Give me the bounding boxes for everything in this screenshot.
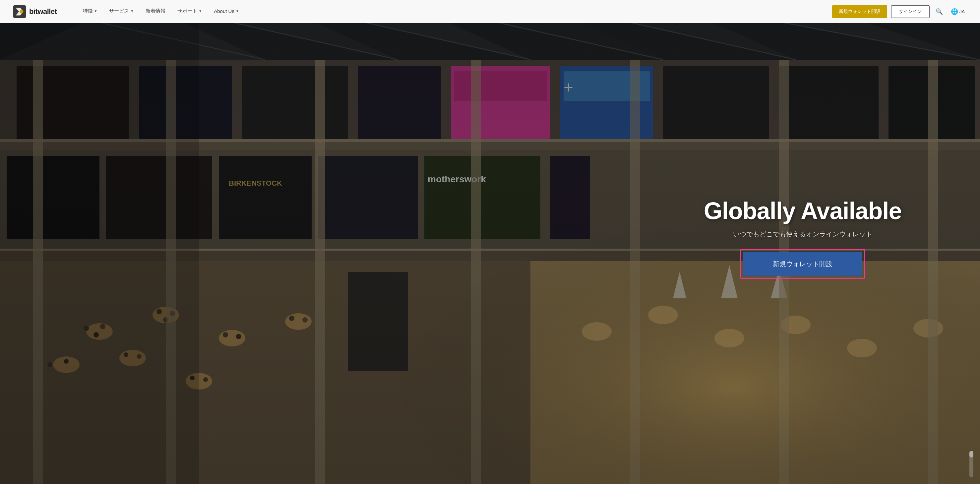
logo-area[interactable]: bitwallet [13,5,57,18]
scrollbar[interactable] [969,451,974,478]
nav-item-support[interactable]: サポート ▼ [172,0,208,23]
hero-title: Globally Available [704,197,902,224]
logo-icon [13,5,26,18]
nav-item-features[interactable]: 特徴 ▼ [77,0,103,23]
dropdown-arrow-services: ▼ [130,9,134,13]
hero-cta-button[interactable]: 新規ウォレット開設 [743,252,862,276]
hero-content: Globally Available いつでもどこでも使えるオンラインウォレット… [704,197,902,279]
scroll-thumb [969,451,974,457]
svg-point-89 [19,10,23,13]
nav-item-news[interactable]: 新着情報 [140,0,172,23]
dropdown-arrow-support: ▼ [199,9,202,13]
nav-actions: 新規ウォレット開設 サインイン 🔍 🌐 JA [832,5,967,18]
language-selector[interactable]: 🌐 JA [949,8,967,15]
language-label: JA [959,9,965,14]
nav-label-features: 特徴 [83,8,93,14]
brand-name: bitwallet [29,7,57,16]
nav-label-news: 新着情報 [146,8,165,14]
search-icon[interactable]: 🔍 [934,8,945,15]
new-wallet-button[interactable]: 新規ウォレット開設 [832,5,887,18]
dropdown-arrow-features: ▼ [94,9,97,13]
nav-links: 特徴 ▼ サービス ▼ 新着情報 サポート ▼ About Us ▼ [77,0,832,23]
dropdown-arrow-about: ▼ [236,9,239,13]
hero-subtitle: いつでもどこでも使えるオンラインウォレット [704,230,902,239]
nav-label-about: About Us [214,8,234,14]
nav-item-services[interactable]: サービス ▼ [103,0,140,23]
hero-section: + BIRKENSTOCK motherswork [0,0,980,484]
nav-item-about[interactable]: About Us ▼ [208,0,245,23]
nav-label-support: サポート [177,8,197,14]
navbar: bitwallet 特徴 ▼ サービス ▼ 新着情報 サポート ▼ About … [0,0,980,23]
hero-cta-wrapper: 新規ウォレット開設 [740,249,865,279]
nav-label-services: サービス [109,8,129,14]
globe-icon: 🌐 [951,8,958,15]
signin-button[interactable]: サインイン [891,5,930,18]
